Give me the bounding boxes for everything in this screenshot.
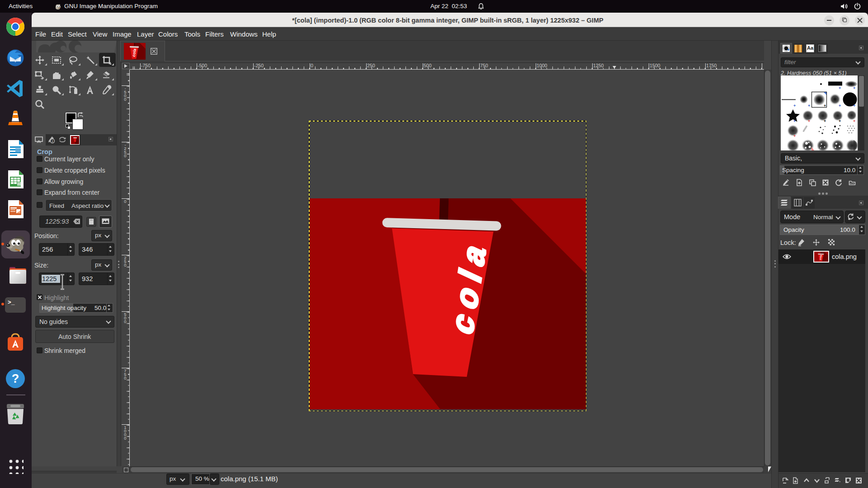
svg-text:+: + [808,103,810,108]
svg-text:i: i [52,139,53,143]
svg-text:+: + [808,119,810,123]
svg-text:+: + [853,86,855,90]
svg-text:+: + [824,119,826,123]
svg-text:+: + [839,86,841,90]
svg-text:+: + [839,119,841,123]
svg-text:+: + [793,134,796,138]
svg-text:+: + [793,119,796,123]
svg-text:>_: >_ [8,299,15,306]
svg-text:+: + [824,103,826,108]
svg-text:+: + [839,103,841,108]
svg-text:+: + [853,119,855,123]
svg-text:?: ? [12,372,19,385]
svg-text:+: + [793,103,796,108]
svg-text:+: + [853,103,855,108]
